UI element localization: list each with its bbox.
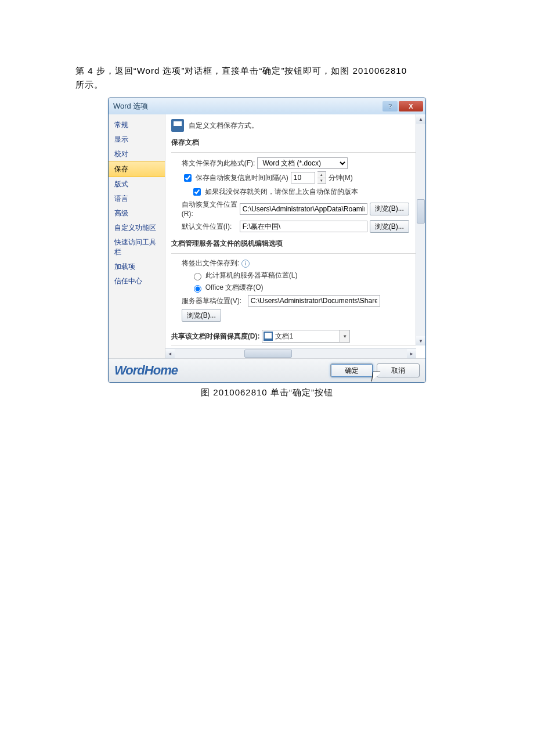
scroll-down-arrow[interactable]: ▼ [416, 336, 425, 345]
vertical-scrollbar[interactable]: ▲ ▼ [416, 114, 425, 345]
section-save-documents: 保存文档 [171, 138, 418, 147]
sidebar-item-proofing[interactable]: 校对 [109, 147, 165, 161]
options-content: 自定义文档保存方式。 保存文档 将文件保存为此格式(F): Word 文档 (*… [165, 114, 425, 350]
sidebar-item-quick-access[interactable]: 快速访问工具栏 [109, 235, 165, 260]
minutes-label: 分钟(M) [329, 173, 353, 183]
scroll-left-arrow[interactable]: ◄ [165, 349, 175, 358]
checkout-save-to-label: 将签出文件保存到: [182, 258, 239, 268]
sidebar-item-general[interactable]: 常规 [109, 118, 165, 132]
browse-server-draft-button[interactable]: 浏览(B)... [182, 309, 221, 322]
dialog-titlebar: Word 选项 ? X [109, 98, 425, 114]
divider [171, 152, 418, 153]
close-button[interactable]: X [399, 101, 423, 111]
divider [171, 253, 418, 254]
server-draft-location-label: 服务器草稿位置(V): [182, 296, 246, 306]
minutes-spinner[interactable]: ▲▼ [317, 171, 326, 184]
brand-watermark: WordHome [114, 363, 327, 378]
hscroll-thumb[interactable] [244, 350, 292, 358]
help-button[interactable]: ? [383, 101, 398, 111]
chevron-down-icon[interactable]: ▼ [340, 330, 349, 342]
dialog-footer: WordHome 确定 取消 [109, 358, 425, 382]
dialog-title: Word 选项 [113, 101, 381, 111]
scroll-thumb[interactable] [417, 199, 425, 224]
auto-recover-location-label: 自动恢复文件位置 [182, 200, 237, 210]
scroll-up-arrow[interactable]: ▲ [416, 114, 425, 124]
word-options-dialog: Word 选项 ? X 常规 显示 校对 保存 版式 语言 高级 自定义功能区 … [108, 98, 426, 383]
browse-auto-recover-button[interactable]: 浏览(B)... [370, 203, 409, 215]
server-draft-location-input[interactable] [248, 295, 380, 307]
auto-recover-location-input[interactable] [240, 203, 367, 215]
document-icon [264, 332, 273, 341]
divider [171, 345, 418, 345]
sidebar-item-display[interactable]: 显示 [109, 132, 165, 147]
sidebar-item-save[interactable]: 保存 [109, 161, 165, 177]
cancel-button[interactable]: 取消 [377, 363, 420, 377]
intro-text: 第 4 步，返回“Word 选项”对话框，直接单击“确定”按钮即可，如图 201… [75, 64, 459, 92]
sidebar-item-trust-center[interactable]: 信任中心 [109, 274, 165, 289]
keep-last-version-checkbox[interactable]: 如果我没保存就关闭，请保留上次自动保留的版本 [191, 186, 358, 197]
ok-button[interactable]: 确定 [330, 363, 373, 377]
share-document-combo[interactable]: 文档1 ▼ [262, 330, 350, 343]
section-offline-editing: 文档管理服务器文件的脱机编辑选项 [171, 239, 418, 249]
save-icon [171, 119, 184, 132]
sidebar-item-addins[interactable]: 加载项 [109, 260, 165, 274]
radio-server-drafts[interactable]: 此计算机的服务器草稿位置(L) [191, 271, 298, 280]
save-format-label: 将文件保存为此格式(F): [182, 159, 255, 168]
scroll-right-arrow[interactable]: ► [407, 349, 416, 358]
sidebar-item-advanced[interactable]: 高级 [109, 206, 165, 221]
save-format-select[interactable]: Word 文档 (*.docx) [257, 157, 348, 169]
radio-office-cache[interactable]: Office 文档缓存(O) [191, 283, 264, 293]
options-sidebar: 常规 显示 校对 保存 版式 语言 高级 自定义功能区 快速访问工具栏 加载项 … [109, 114, 165, 358]
browse-default-location-button[interactable]: 浏览(B)... [370, 220, 409, 233]
sidebar-item-customize-ribbon[interactable]: 自定义功能区 [109, 221, 165, 235]
sidebar-item-layout[interactable]: 版式 [109, 177, 165, 192]
share-fidelity-label: 共享该文档时保留保真度(D): [171, 332, 260, 341]
sidebar-item-language[interactable]: 语言 [109, 192, 165, 206]
default-location-label: 默认文件位置(I): [182, 222, 237, 232]
auto-recover-minutes[interactable] [291, 172, 315, 183]
info-icon[interactable]: i [241, 260, 250, 268]
figure-caption: 图 2010062810 单击“确定”按钮 [201, 387, 333, 398]
page-heading: 自定义文档保存方式。 [189, 121, 258, 131]
horizontal-scrollbar[interactable]: ◄ ► [165, 348, 416, 358]
auto-recover-checkbox[interactable]: 保存自动恢复信息时间间隔(A) [182, 172, 288, 183]
default-location-input[interactable] [240, 221, 367, 232]
